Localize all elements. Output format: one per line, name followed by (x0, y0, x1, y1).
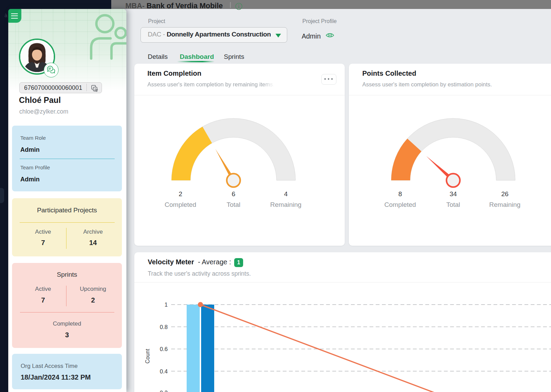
svg-text:0.6: 0.6 (160, 346, 168, 352)
svg-text:1: 1 (165, 301, 168, 308)
svg-text:0.8: 0.8 (160, 324, 168, 330)
svg-text:Count: Count (145, 349, 150, 363)
svg-text:0.4: 0.4 (160, 368, 168, 374)
svg-text:0.2: 0.2 (160, 390, 168, 392)
